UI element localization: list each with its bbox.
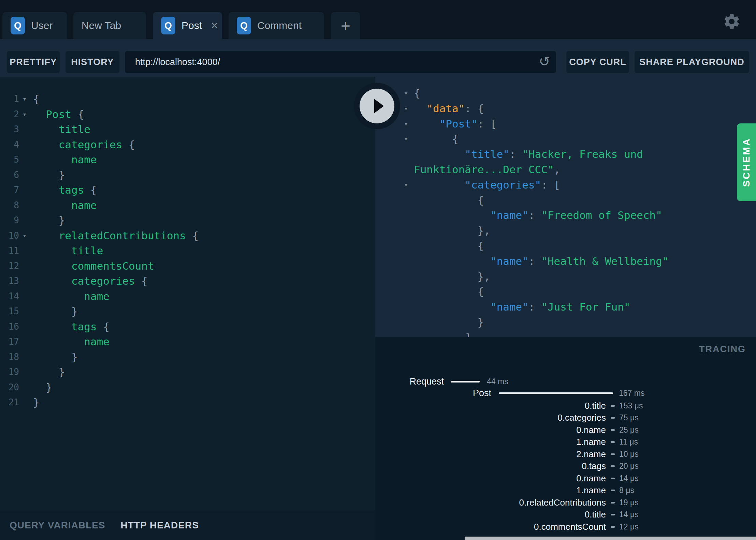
response-line: }, bbox=[375, 223, 756, 238]
response-line: ▾ "Post": [ bbox=[375, 116, 756, 132]
query-line: 14 name bbox=[0, 289, 375, 304]
query-line: 15 } bbox=[0, 304, 375, 319]
endpoint-url-input[interactable] bbox=[125, 51, 556, 73]
tracing-panel[interactable]: TRACING Request 44 ms Post 167 ms 0.titl… bbox=[375, 337, 756, 540]
tracing-request-bar bbox=[451, 381, 480, 382]
reload-schema-icon[interactable]: ↺ bbox=[536, 53, 553, 70]
fold-arrow-icon[interactable]: ▾ bbox=[404, 116, 408, 132]
response-line: "name": "Just For Fun" bbox=[375, 299, 756, 315]
response-line: ▾ "data": { bbox=[375, 101, 756, 116]
graphql-playground: QUserNew TabQPost×QComment+ PRETTIFY HIS… bbox=[0, 0, 756, 540]
tracing-dash-icon bbox=[606, 405, 619, 407]
schema-tab[interactable]: SCHEMA bbox=[737, 123, 756, 201]
execute-query-button[interactable] bbox=[354, 83, 400, 129]
fold-arrow-icon[interactable]: ▾ bbox=[23, 228, 27, 243]
query-line: 4 categories { bbox=[0, 137, 375, 152]
line-number: 19 bbox=[0, 364, 19, 380]
line-number: 8 bbox=[0, 198, 19, 213]
tracing-row-label: 0.categories bbox=[375, 412, 606, 423]
tracing-row: 0.name14 μs bbox=[375, 472, 756, 484]
fold-arrow-icon[interactable]: ▾ bbox=[404, 177, 408, 193]
query-editor[interactable]: 1▾{2▾ Post {3 title4 categories {5 name6… bbox=[0, 77, 375, 510]
tracing-row: 0.title153 μs bbox=[375, 400, 756, 412]
tracing-row-value: 10 μs bbox=[619, 450, 639, 459]
tab-label: Post bbox=[181, 20, 202, 31]
editor-footer: QUERY VARIABLES HTTP HEADERS bbox=[0, 510, 375, 540]
close-icon[interactable]: × bbox=[211, 19, 218, 32]
response-viewer[interactable]: ▾{▾ "data": {▾ "Post": [▾ { "title": "Ha… bbox=[375, 77, 756, 337]
tracing-row: 0.title14 μs bbox=[375, 509, 756, 521]
tracing-row-value: 75 μs bbox=[619, 413, 639, 422]
http-headers-tab[interactable]: HTTP HEADERS bbox=[121, 520, 199, 531]
tracing-dash-icon bbox=[606, 502, 619, 504]
tracing-post-row: Post 167 ms bbox=[375, 387, 756, 399]
query-line: 1▾{ bbox=[0, 91, 375, 107]
query-line: 21} bbox=[0, 395, 375, 410]
tracing-row-value: 19 μs bbox=[619, 498, 639, 507]
tracing-row-label: 1.name bbox=[375, 437, 606, 447]
line-number: 12 bbox=[0, 258, 19, 274]
tracing-dash-icon bbox=[606, 490, 619, 491]
tracing-row: 0.tags20 μs bbox=[375, 460, 756, 472]
line-number: 15 bbox=[0, 304, 19, 319]
tracing-row-value: 12 μs bbox=[619, 522, 639, 531]
tracing-row: 1.name8 μs bbox=[375, 484, 756, 497]
tab-label: New Tab bbox=[82, 20, 121, 31]
tracing-row-value: 153 μs bbox=[619, 401, 643, 410]
query-line: 13 categories { bbox=[0, 273, 375, 289]
tracing-row: 0.categories75 μs bbox=[375, 412, 756, 424]
tracing-row-value: 14 μs bbox=[619, 510, 639, 519]
tracing-dash-icon bbox=[606, 441, 619, 443]
new-tab-button[interactable]: + bbox=[331, 12, 360, 39]
response-line: ] bbox=[375, 330, 756, 337]
query-badge: Q bbox=[237, 17, 251, 34]
tracing-row: 0.relatedContributions19 μs bbox=[375, 496, 756, 509]
line-number: 17 bbox=[0, 334, 19, 349]
toolbar: PRETTIFY HISTORY ↺ COPY CURL SHARE PLAYG… bbox=[0, 39, 756, 77]
fold-arrow-icon[interactable]: ▾ bbox=[404, 131, 408, 147]
tracing-dash-icon bbox=[606, 429, 619, 431]
tracing-row-label: 0.title bbox=[375, 401, 606, 411]
settings-gear-icon[interactable] bbox=[723, 12, 741, 31]
line-number: 10 bbox=[0, 228, 19, 243]
query-line: 2▾ Post { bbox=[0, 107, 375, 122]
line-number: 13 bbox=[0, 273, 19, 289]
response-line: "name": "Health & Wellbeing" bbox=[375, 254, 756, 269]
line-number: 9 bbox=[0, 213, 19, 228]
line-number: 21 bbox=[0, 395, 19, 410]
copy-curl-button[interactable]: COPY CURL bbox=[566, 51, 629, 73]
query-variables-tab[interactable]: QUERY VARIABLES bbox=[10, 520, 105, 531]
line-number: 20 bbox=[0, 380, 19, 395]
tracing-row: 0.name25 μs bbox=[375, 424, 756, 436]
line-number: 2 bbox=[0, 107, 19, 122]
tab-user[interactable]: QUser bbox=[2, 12, 67, 39]
tab-new-tab[interactable]: New Tab bbox=[73, 12, 146, 39]
tracing-row: 1.name11 μs bbox=[375, 436, 756, 448]
fold-arrow-icon[interactable]: ▾ bbox=[404, 86, 408, 101]
response-line: Funktionäre...Der CCC", bbox=[375, 162, 756, 177]
tracing-dash-icon bbox=[606, 526, 619, 528]
fold-arrow-icon[interactable]: ▾ bbox=[404, 101, 408, 116]
query-line: 9 } bbox=[0, 213, 375, 228]
horizontal-scrollbar[interactable] bbox=[465, 537, 756, 540]
tab-label: Comment bbox=[257, 20, 302, 31]
tab-label: User bbox=[31, 20, 53, 31]
tracing-row-label: 2.name bbox=[375, 449, 606, 460]
tab-post[interactable]: QPost× bbox=[153, 12, 222, 39]
tab-bar: QUserNew TabQPost×QComment+ bbox=[0, 0, 756, 39]
response-line: { bbox=[375, 238, 756, 254]
tracing-row: 0.commentsCount12 μs bbox=[375, 521, 756, 533]
tab-comment[interactable]: QComment bbox=[229, 12, 324, 39]
prettify-button[interactable]: PRETTIFY bbox=[7, 51, 60, 73]
query-line: 16 tags { bbox=[0, 319, 375, 334]
tracing-row-label: 0.tags bbox=[375, 461, 606, 471]
tracing-row: 2.name10 μs bbox=[375, 448, 756, 460]
fold-arrow-icon[interactable]: ▾ bbox=[23, 91, 27, 107]
tracing-request-value: 44 ms bbox=[487, 377, 508, 386]
share-playground-button[interactable]: SHARE PLAYGROUND bbox=[635, 51, 749, 73]
line-number: 3 bbox=[0, 122, 19, 137]
line-number: 18 bbox=[0, 349, 19, 365]
fold-arrow-icon[interactable]: ▾ bbox=[23, 107, 27, 122]
tracing-row-label: 1.name bbox=[375, 485, 606, 496]
history-button[interactable]: HISTORY bbox=[66, 51, 119, 73]
